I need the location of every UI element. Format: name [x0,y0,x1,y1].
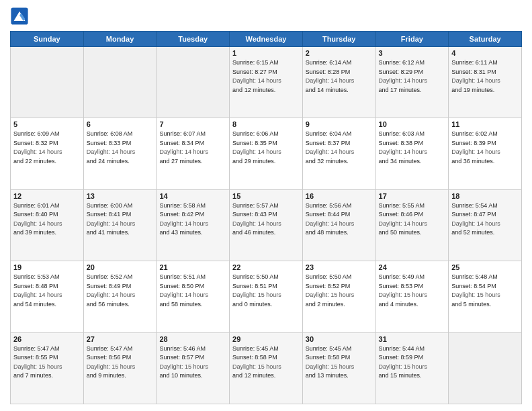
day-info: Sunrise: 5:49 AMSunset: 8:53 PMDaylight:… [379,273,446,309]
week-row-1: 5Sunrise: 6:09 AMSunset: 8:32 PMDaylight… [11,118,522,189]
sun-info: Sunrise: 5:50 AM [232,273,279,280]
day-cell: 11Sunrise: 6:02 AMSunset: 8:39 PMDayligh… [449,118,522,189]
sun-info: and 19 minutes. [451,87,494,93]
day-number: 26 [13,335,81,343]
day-info: Sunrise: 5:53 AMSunset: 8:48 PMDaylight:… [13,273,81,309]
sun-info: and 43 minutes. [159,229,202,236]
day-header-wednesday: Wednesday [230,32,303,47]
week-row-4: 26Sunrise: 5:47 AMSunset: 8:55 PMDayligh… [11,332,522,404]
sun-info: Sunrise: 5:55 AM [379,202,425,209]
daylight-hours: Daylight: 15 hours [232,363,281,370]
daylight-hours: Daylight: 15 hours [379,363,428,370]
sun-info: and 12 minutes. [232,87,275,93]
day-info: Sunrise: 5:58 AMSunset: 8:42 PMDaylight:… [159,201,226,238]
day-info: Sunrise: 5:57 AMSunset: 8:43 PMDaylight:… [232,201,300,238]
sun-info: Sunrise: 6:11 AM [451,59,498,66]
day-number: 10 [379,120,446,128]
day-header-saturday: Saturday [449,32,522,47]
day-number: 9 [306,120,373,128]
day-info: Sunrise: 5:55 AMSunset: 8:46 PMDaylight:… [379,201,446,238]
sun-info: and 14 minutes. [306,87,349,93]
day-info: Sunrise: 5:50 AMSunset: 8:51 PMDaylight:… [232,273,300,309]
day-cell: 17Sunrise: 5:55 AMSunset: 8:46 PMDayligh… [375,189,449,261]
sun-info: Sunset: 8:58 PM [306,354,351,361]
sun-info: Sunrise: 5:45 AM [232,345,279,352]
day-cell [11,47,84,118]
day-info: Sunrise: 6:03 AMSunset: 8:38 PMDaylight:… [379,130,446,166]
day-info: Sunrise: 6:09 AMSunset: 8:32 PMDaylight:… [13,130,81,166]
day-number: 18 [451,192,519,200]
daylight-hours: Daylight: 14 hours [159,148,208,155]
day-cell: 22Sunrise: 5:50 AMSunset: 8:51 PMDayligh… [230,261,303,332]
sun-info: Sunrise: 6:04 AM [306,130,352,137]
daylight-hours: Daylight: 14 hours [451,148,500,155]
sun-info: and 34 minutes. [379,158,422,165]
sun-info: Sunset: 8:48 PM [13,283,58,289]
week-row-3: 19Sunrise: 5:53 AMSunset: 8:48 PMDayligh… [11,261,522,332]
sun-info: and 7 minutes. [13,372,53,379]
day-info: Sunrise: 6:15 AMSunset: 8:27 PMDaylight:… [232,58,300,95]
daylight-hours: Daylight: 15 hours [159,363,208,370]
day-number: 4 [451,49,519,57]
day-header-thursday: Thursday [302,32,375,47]
sun-info: Sunrise: 5:57 AM [232,202,279,209]
sun-info: Sunrise: 5:46 AM [159,345,206,352]
daylight-hours: Daylight: 14 hours [87,148,136,155]
sun-info: and 10 minutes. [159,372,202,379]
day-cell: 25Sunrise: 5:48 AMSunset: 8:54 PMDayligh… [449,261,522,332]
sun-info: and 4 minutes. [379,301,418,308]
sun-info: Sunrise: 5:52 AM [87,273,133,280]
day-number: 5 [13,120,81,128]
sun-info: Sunset: 8:59 PM [379,354,424,361]
sun-info: and 46 minutes. [232,229,275,236]
day-info: Sunrise: 5:47 AMSunset: 8:55 PMDaylight:… [13,345,81,381]
day-number: 14 [159,192,226,200]
sun-info: and 2 minutes. [306,301,345,308]
day-header-tuesday: Tuesday [157,32,230,47]
daylight-hours: Daylight: 14 hours [451,220,500,227]
day-number: 11 [451,120,519,128]
week-row-0: 1Sunrise: 6:15 AMSunset: 8:27 PMDaylight… [11,47,522,118]
day-number: 2 [306,49,373,57]
daylight-hours: Daylight: 15 hours [306,363,355,370]
sun-info: and 9 minutes. [87,372,126,379]
day-cell: 29Sunrise: 5:45 AMSunset: 8:58 PMDayligh… [230,332,303,404]
day-cell: 1Sunrise: 6:15 AMSunset: 8:27 PMDaylight… [230,47,303,118]
sun-info: Sunset: 8:49 PM [87,283,132,289]
sun-info: Sunset: 8:41 PM [87,211,132,218]
day-cell: 5Sunrise: 6:09 AMSunset: 8:32 PMDaylight… [11,118,84,189]
day-cell [83,47,157,118]
daylight-hours: Daylight: 14 hours [13,148,62,155]
sun-info: Sunrise: 6:02 AM [451,130,498,137]
sun-info: and 13 minutes. [306,372,349,379]
sun-info: and 27 minutes. [159,158,202,165]
day-info: Sunrise: 5:50 AMSunset: 8:52 PMDaylight:… [306,273,373,309]
day-info: Sunrise: 5:45 AMSunset: 8:58 PMDaylight:… [306,345,373,381]
day-number: 21 [159,263,226,271]
daylight-hours: Daylight: 14 hours [306,148,355,155]
day-info: Sunrise: 5:48 AMSunset: 8:54 PMDaylight:… [451,273,519,309]
sun-info: Sunset: 8:40 PM [13,211,58,218]
daylight-hours: Daylight: 14 hours [306,77,355,84]
sun-info: Sunset: 8:35 PM [232,140,277,146]
sun-info: and 32 minutes. [306,158,349,165]
daylight-hours: Daylight: 14 hours [451,77,500,84]
sun-info: Sunrise: 5:47 AM [87,345,133,352]
daylight-hours: Daylight: 15 hours [232,291,281,298]
sun-info: Sunrise: 6:14 AM [306,59,352,66]
day-cell: 19Sunrise: 5:53 AMSunset: 8:48 PMDayligh… [11,261,84,332]
day-number: 16 [306,192,373,200]
day-info: Sunrise: 5:44 AMSunset: 8:59 PMDaylight:… [379,345,446,381]
sun-info: and 22 minutes. [13,158,56,165]
logo [10,7,30,26]
sun-info: Sunrise: 5:56 AM [306,202,352,209]
page: SundayMondayTuesdayWednesdayThursdayFrid… [0,0,532,411]
sun-info: Sunset: 8:28 PM [306,68,351,75]
sun-info: and 50 minutes. [379,229,422,236]
day-header-friday: Friday [375,32,449,47]
day-info: Sunrise: 6:14 AMSunset: 8:28 PMDaylight:… [306,58,373,95]
day-cell: 27Sunrise: 5:47 AMSunset: 8:56 PMDayligh… [83,332,157,404]
sun-info: Sunrise: 5:45 AM [306,345,352,352]
day-info: Sunrise: 6:02 AMSunset: 8:39 PMDaylight:… [451,130,519,166]
sun-info: Sunset: 8:42 PM [159,211,204,218]
